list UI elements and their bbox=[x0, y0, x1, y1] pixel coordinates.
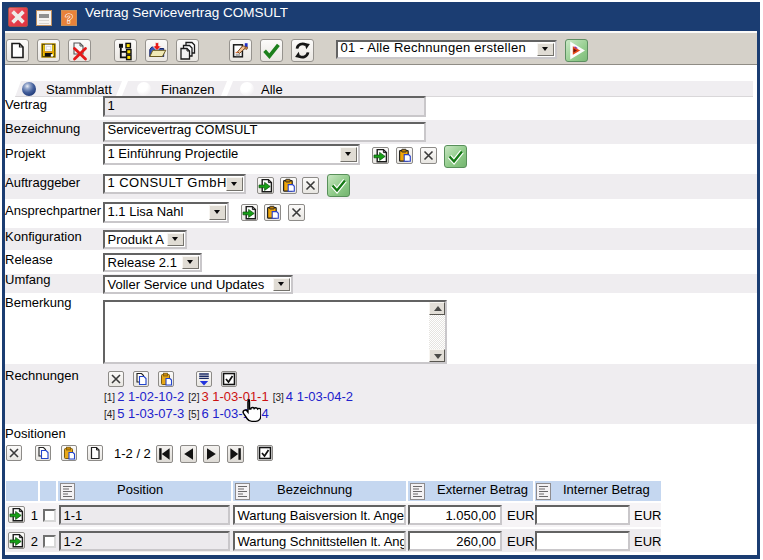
svg-text:?: ? bbox=[65, 11, 73, 25]
